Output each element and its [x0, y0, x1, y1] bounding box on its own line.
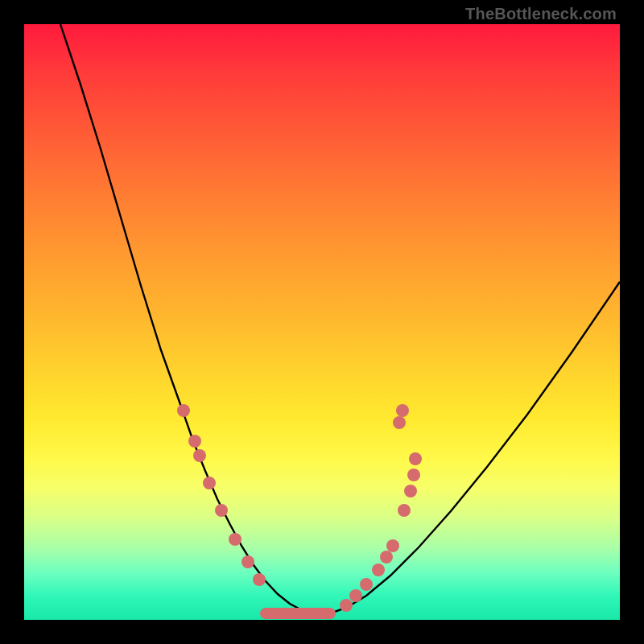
curve-marker: [215, 504, 228, 517]
curve-marker: [253, 573, 266, 586]
curve-marker: [229, 533, 242, 546]
curve-marker: [340, 599, 353, 612]
curve-marker: [193, 449, 206, 462]
chart-svg: [24, 24, 620, 620]
curve-marker: [372, 564, 385, 576]
curve-marker: [393, 416, 406, 429]
curve-marker: [349, 589, 362, 602]
curve-marker: [177, 404, 190, 417]
curve-marker: [386, 539, 399, 552]
right-branch-markers: [340, 404, 422, 612]
curve-marker: [380, 551, 393, 564]
curve-marker: [404, 485, 417, 497]
attribution-text: TheBottleneck.com: [465, 5, 617, 23]
curve-marker: [203, 477, 216, 489]
curve-marker: [409, 452, 422, 465]
chart-frame: [24, 24, 620, 620]
curve-marker: [396, 404, 409, 417]
curve-marker: [242, 555, 254, 568]
bottleneck-curve: [60, 24, 620, 613]
curve-marker: [360, 578, 373, 591]
curve-marker: [407, 469, 420, 481]
curve-marker: [398, 504, 411, 517]
curve-marker: [188, 435, 201, 448]
